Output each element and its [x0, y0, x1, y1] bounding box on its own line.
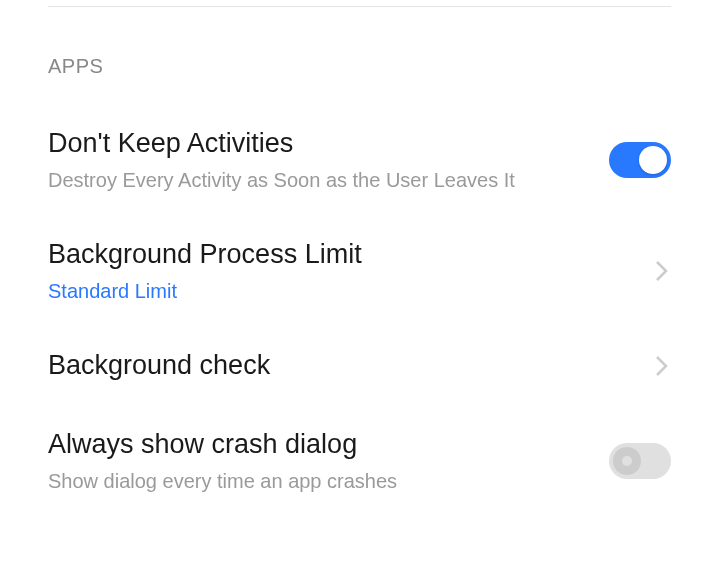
toggle-always-show-crash-dialog[interactable]	[609, 443, 671, 479]
toggle-dont-keep-activities[interactable]	[609, 142, 671, 178]
setting-text: Background Process Limit Standard Limit	[48, 237, 653, 304]
chevron-right-icon	[653, 256, 671, 286]
setting-title: Always show crash dialog	[48, 427, 609, 462]
toggle-knob	[613, 447, 641, 475]
setting-text: Background check	[48, 348, 653, 383]
setting-background-process-limit[interactable]: Background Process Limit Standard Limit	[0, 215, 719, 326]
setting-dont-keep-activities[interactable]: Don't Keep Activities Destroy Every Acti…	[0, 104, 719, 215]
setting-value: Standard Limit	[48, 278, 653, 304]
setting-title: Don't Keep Activities	[48, 126, 609, 161]
setting-always-show-crash-dialog[interactable]: Always show crash dialog Show dialog eve…	[0, 405, 719, 516]
toggle-knob	[639, 146, 667, 174]
section-header-apps: APPS	[0, 7, 719, 104]
setting-text: Always show crash dialog Show dialog eve…	[48, 427, 609, 494]
setting-text: Don't Keep Activities Destroy Every Acti…	[48, 126, 609, 193]
setting-title: Background check	[48, 348, 653, 383]
setting-title: Background Process Limit	[48, 237, 653, 272]
setting-background-check[interactable]: Background check	[0, 326, 719, 405]
setting-subtitle: Destroy Every Activity as Soon as the Us…	[48, 167, 609, 193]
chevron-right-icon	[653, 351, 671, 381]
settings-container: APPS Don't Keep Activities Destroy Every…	[0, 6, 719, 516]
setting-subtitle: Show dialog every time an app crashes	[48, 468, 609, 494]
